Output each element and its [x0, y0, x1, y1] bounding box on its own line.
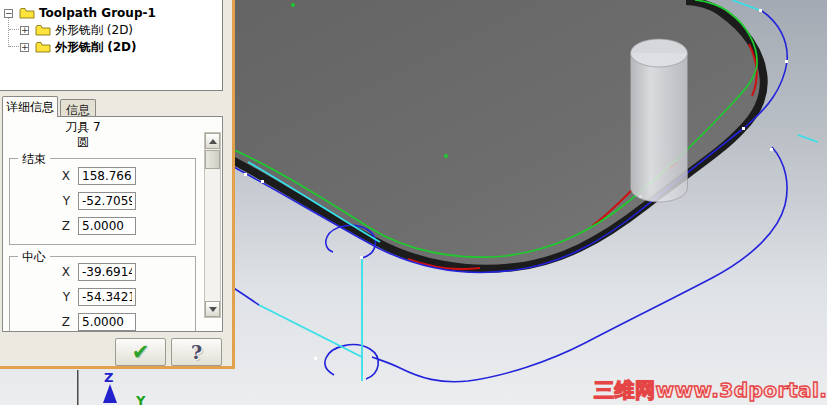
end-x-input[interactable]: [78, 167, 136, 185]
detail-scrollbar[interactable]: [204, 132, 221, 318]
app-window: Z Y 三维网www.3dportal.cn − Toolpath Group-…: [0, 0, 827, 405]
arrow-down-icon: [209, 307, 217, 312]
scrollbar-thumb[interactable]: [205, 150, 220, 169]
end-z-input[interactable]: [78, 217, 136, 235]
axis-z-label: Z: [10, 315, 78, 329]
toolpath-tree: − Toolpath Group-1 + 外形铣削 (2D) + 外形铣削 (2…: [0, 0, 223, 91]
tree-connector: [9, 46, 19, 47]
expand-icon[interactable]: +: [20, 26, 29, 35]
axis-y-label: Y: [135, 393, 146, 405]
axis-gnomon: Z Y: [103, 370, 146, 405]
scroll-up-button[interactable]: [205, 133, 220, 149]
watermark-text: 三维网www.3dportal.cn: [594, 377, 826, 403]
axis-y-label: Y: [10, 194, 78, 208]
folder-icon: [35, 41, 51, 53]
center-x-input[interactable]: [78, 263, 136, 281]
tool-caption: 刀具 7 圆: [3, 120, 163, 150]
folder-icon: [35, 24, 51, 36]
question-mark-icon: ?: [191, 341, 202, 363]
end-y-input[interactable]: [78, 192, 136, 210]
arrow-up-icon: [209, 139, 217, 144]
tree-item-toolpath-group[interactable]: − Toolpath Group-1: [4, 5, 156, 21]
expand-icon[interactable]: +: [20, 43, 29, 52]
axis-z-label: Z: [10, 219, 78, 233]
checkmark-icon: ✔: [132, 340, 150, 364]
tool-shape: 圆: [3, 135, 163, 150]
viewport-guide-line: [77, 370, 79, 405]
axis-z-arrow-icon: [103, 384, 117, 403]
axis-z-label: Z: [104, 370, 113, 385]
tree-item-contour-1[interactable]: + 外形铣削 (2D): [20, 22, 133, 38]
center-z-input[interactable]: [78, 313, 136, 331]
folder-icon: [19, 7, 35, 19]
tree-item-label: Toolpath Group-1: [39, 6, 156, 20]
collapse-icon[interactable]: −: [4, 9, 13, 18]
group-end-title: 结束: [18, 151, 50, 168]
toolpath-manager-panel: − Toolpath Group-1 + 外形铣削 (2D) + 外形铣削 (2…: [0, 0, 235, 369]
group-center: 中心 X Y Z: [9, 256, 196, 332]
axis-x-label: X: [10, 169, 78, 183]
tab-details[interactable]: 详细信息: [2, 96, 58, 117]
help-button[interactable]: ?: [171, 338, 222, 366]
ok-button[interactable]: ✔: [115, 338, 166, 366]
axis-y-label: Y: [10, 290, 78, 304]
detail-info-pane: 刀具 7 圆 结束 X Y Z 中心: [2, 116, 223, 332]
center-y-input[interactable]: [78, 288, 136, 306]
scroll-down-button[interactable]: [205, 301, 220, 317]
tree-item-label: 外形铣削 (2D): [55, 39, 136, 56]
tool-cylinder: [631, 39, 688, 202]
group-end: 结束 X Y Z: [9, 158, 196, 245]
tree-item-label: 外形铣削 (2D): [55, 22, 133, 39]
tree-connector: [9, 29, 19, 30]
dialog-button-row: ✔ ?: [0, 332, 232, 369]
tab-info[interactable]: 信息: [60, 99, 96, 117]
axis-x-label: X: [10, 265, 78, 279]
tool-name: 刀具 7: [3, 120, 163, 135]
tree-item-contour-2[interactable]: + 外形铣削 (2D): [20, 39, 136, 55]
